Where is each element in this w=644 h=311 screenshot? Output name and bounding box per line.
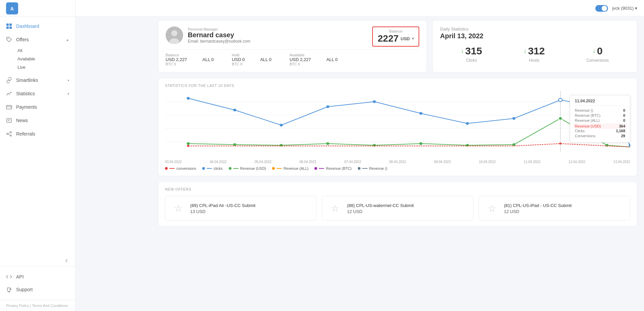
chart-icon [6,91,12,97]
svg-rect-3 [9,23,12,26]
news-icon [6,117,12,123]
chart-svg [165,92,630,152]
svg-rect-5 [9,27,12,29]
theme-toggle[interactable] [595,5,608,12]
grid-icon [6,23,12,29]
offer-star-2[interactable]: ☆ [484,201,499,216]
offer-info-0: (89) CPL-iPad Air -US-CC Submit 13 USD [190,203,255,214]
sidebar-item-statistics[interactable]: Statistics ▾ [0,87,75,100]
tooltip-row-revenue-usd: Revenue (USD) 364 [573,123,627,129]
terms-link[interactable]: Terms And Conditions [32,304,68,308]
pm-stat-available-all: ALL 0 [326,53,338,66]
user-menu[interactable]: jvck (9031) ▾ [612,6,637,11]
x-label-9: 12.04.2022 [568,160,585,164]
legend-label-clicks: clicks [214,166,223,170]
hosts-trend-icon: ↓ [524,47,527,54]
offer-info-2: (81) CPL-US-iPad - US-CC Submit 12 USD [504,203,572,214]
legend-dot-revenue-btc [314,167,317,170]
svg-point-35 [629,144,630,147]
daily-statistics-card: Daily Statistics April 13, 2022 ↓ 315 Cl… [432,20,637,72]
svg-point-30 [419,112,422,115]
offer-name-1: (88) CPL-US-watermel-CC Submit [347,203,414,208]
svg-point-14 [10,135,11,136]
svg-point-32 [512,117,515,120]
svg-point-27 [280,124,283,126]
offer-price-0: 13 USD [190,209,255,214]
chevron-down-icon-smartlinks: ▾ [68,79,69,82]
offers-sub-all[interactable]: All [17,46,69,55]
x-label-2: 05.04.2022 [255,160,271,164]
daily-metric-conversions: ↓ 0 Conversions [586,45,609,63]
balance-label: Balance [378,29,414,33]
top-cards-row: Personal Manager Bernard casey Email: be… [158,20,637,72]
svg-line-15 [8,133,10,134]
offer-card-0[interactable]: ☆ (89) CPL-iPad Air -US-CC Submit 13 USD [165,196,316,221]
tooltip-date: 11.04.2022 [575,99,625,106]
tooltip-key-revenue-all: Revenue (ALL) [575,118,600,122]
sidebar-item-smartlinks[interactable]: Smartlinks ▾ [0,73,75,87]
wallet-icon [6,104,12,110]
legend-line-revenue-usd [233,168,239,169]
offer-card-2[interactable]: ☆ (81) CPL-US-iPad - US-CC Submit 12 USD [479,196,630,221]
offers-submenu: All Available Live [0,46,75,73]
tag-icon [6,37,12,43]
sidebar-item-referrals[interactable]: Referrals [0,127,75,141]
svg-rect-9 [7,118,11,122]
sidebar-bottom: API Support [0,266,75,300]
sidebar-item-support[interactable]: Support [6,283,69,296]
svg-rect-4 [6,27,9,29]
new-offers-section: NEW OFFERS ☆ (89) CPL-iPad Air -US-CC Su… [158,182,637,226]
balance-number: 2227 [378,33,398,44]
offers-title: NEW OFFERS [165,187,630,191]
legend-line-revenue-empty [362,168,368,169]
sidebar-item-news[interactable]: News [0,114,75,127]
sidebar-item-label-api: API [16,274,24,279]
x-label-3: 06.04.2022 [299,160,316,164]
legend-dot-revenue-empty [358,167,360,170]
chevron-up-icon: ▲ [66,38,69,42]
offers-sub-available[interactable]: Available [17,55,69,63]
offers-sub-live[interactable]: Live [17,63,69,71]
sidebar-collapse-button[interactable] [0,255,75,266]
clicks-value: 315 [465,45,482,57]
legend-dot-revenue-usd [229,167,231,170]
svg-point-46 [187,145,189,147]
svg-point-31 [466,122,469,125]
sidebar-item-dashboard[interactable]: Dashboard [0,19,75,33]
legend-label-revenue-all: Revenue (ALL) [284,166,308,170]
chart-title: STATISTICS FOR THE LAST 10 DAYS [165,84,630,88]
conversions-label: Conversions [586,58,609,63]
offers-row: ☆ (89) CPL-iPad Air -US-CC Submit 13 USD… [165,196,630,221]
tooltip-key-revenue: Revenue () [575,108,593,112]
legend-line-revenue-all [276,168,282,169]
tooltip-row-revenue: Revenue () 0 [575,108,625,112]
privacy-policy-link[interactable]: Privacy Policy [6,304,29,308]
sidebar-item-offers[interactable]: Offers ▲ [0,33,75,46]
x-label-10: 13.04.2022 [613,160,630,164]
sidebar-item-label-offers: Offers [16,37,29,42]
tooltip-val-conversions: 29 [621,134,625,138]
sidebar-item-api[interactable]: API [6,270,69,283]
offer-info-1: (88) CPL-US-watermel-CC Submit 12 USD [347,203,414,214]
x-label-7: 10.04.2022 [479,160,496,164]
chart-section: STATISTICS FOR THE LAST 10 DAYS [158,78,637,176]
offer-star-1[interactable]: ☆ [328,201,342,216]
legend-dot-conversions [165,167,168,170]
tooltip-val-revenue-usd: 364 [619,124,625,128]
code-icon [6,274,12,280]
offer-star-0[interactable]: ☆ [171,201,185,216]
balance-dropdown[interactable]: ▾ [412,36,414,41]
legend-dot-revenue-all [272,167,275,170]
legend-label-revenue-btc: Revenue (BTC) [326,166,351,170]
sidebar-item-payments[interactable]: Payments [0,100,75,114]
offer-card-1[interactable]: ☆ (88) CPL-US-watermel-CC Submit 12 USD [322,196,473,221]
x-label-0: 03.04.2022 [165,160,182,164]
cup-icon [6,287,12,293]
svg-point-26 [233,109,236,111]
tooltip-key-conversions: Conversions [575,134,595,138]
svg-point-13 [7,133,8,135]
app-logo-icon: A [6,2,18,14]
svg-point-39 [326,142,329,145]
balance-value: 2227 USD ▾ [378,33,414,44]
pm-stat-balance-all: ALL 0 [203,53,214,66]
